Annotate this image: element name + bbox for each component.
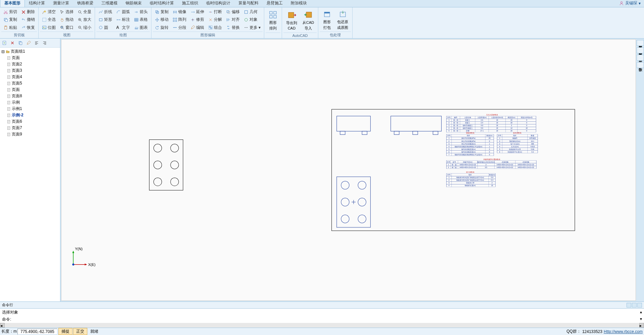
delete-page-button[interactable] [9,39,16,47]
mirror-button[interactable]: 镜像 [171,8,188,15]
user-area[interactable]: 吴锡琛 ▾ [616,0,644,7]
tree-root[interactable]: ⊟ 页面组1 [1,48,59,55]
tab-railway-bridge[interactable]: 铁路桥梁 [73,0,97,7]
redo-button[interactable]: 恢复 [20,24,36,31]
tab-measure-calc[interactable]: 测量计算 [49,0,73,7]
tab-temp-struct-calc[interactable]: 临时结构计算 [146,0,178,7]
break-button[interactable]: 打断 [207,8,223,15]
snap-toggle[interactable]: 捕捉 [58,328,73,335]
rotate-button[interactable]: 旋转 [153,24,170,31]
more-button[interactable]: 更多 ▾ [242,24,262,31]
bitmap-button[interactable]: 位图 [41,24,57,31]
cut-button[interactable]: 剪切 [2,8,18,15]
tree-page-item[interactable]: 示例-2 [1,112,59,118]
circle-button[interactable]: 圆 [97,24,113,31]
tree-page-item[interactable]: 页面9 [1,131,59,137]
edit-button[interactable]: 编辑 [189,24,205,31]
align-button[interactable]: 对齐 [225,16,241,23]
zoom-extents-button[interactable]: 全显 [76,8,93,15]
pack-button[interactable]: 图形 打包 [320,8,334,32]
undo-button[interactable]: 撤销 [20,16,36,23]
edit-page-button[interactable] [25,39,32,47]
svg-rect-76 [413,131,418,134]
group-button[interactable]: 组合 [207,24,223,31]
ortho-toggle[interactable]: 正交 [73,328,87,335]
side-panel-2[interactable]: 路基计算器 [637,47,644,53]
tab-construction-org[interactable]: 施工组织 [178,0,202,7]
segment-button[interactable]: 分段 [171,24,188,31]
scroll-down-icon[interactable]: ▾ [640,317,642,322]
arc-button[interactable]: 圆弧 [115,8,131,15]
tab-quantity[interactable]: 算量与配料 [234,0,263,7]
tab-addon[interactable]: 附加模块 [287,0,311,7]
copy-button[interactable]: 复制 [2,16,18,23]
chart-button[interactable]: 图表 [133,24,149,31]
align-right-button[interactable] [41,39,48,47]
tab-3d-model[interactable]: 三维建模 [97,0,122,7]
close-panel-button[interactable] [637,303,642,308]
rectangle-button[interactable]: 矩形 [97,16,113,23]
tree-page-item[interactable]: 页面6 [1,118,59,125]
tree-page-item[interactable]: 页面4 [1,74,59,80]
tab-temp-struct-design[interactable]: 临时结构设计 [202,0,234,7]
new-page-button[interactable] [1,39,8,47]
dimension-button[interactable]: 标注 [115,16,131,23]
paste-button[interactable]: 粘贴 [2,24,18,31]
array-button[interactable]: 阵列 [171,16,188,23]
window-button[interactable]: 窗口 [58,24,75,31]
tree-page-item[interactable]: 页面 [1,87,59,93]
tab-structure-calc[interactable]: 结构计算 [25,0,49,7]
zoom-in-button[interactable]: 放大 [76,16,93,23]
side-panel-4[interactable]: 数学 [637,62,644,68]
trim-button[interactable]: 修剪 [189,16,205,23]
copy2-button[interactable]: 复制 [153,8,170,15]
tree-page-item[interactable]: 页面5 [1,80,59,87]
minimize-panel-button[interactable] [627,303,631,308]
unpack-button[interactable]: 包还原 成原图 [334,8,351,32]
text-button[interactable]: A文字 [115,24,131,31]
move-button[interactable]: 移动 [153,16,170,23]
tree-page-item[interactable]: 页面8 [1,93,59,99]
select-all-button[interactable]: 全选 [41,16,57,23]
tree-page-item[interactable]: 示例1 [1,106,59,112]
tab-cantilever[interactable]: 悬臂施工 [263,0,287,7]
tab-rebar[interactable]: 钢筋钢束 [122,0,146,7]
tree-page-item[interactable]: 页面2 [1,61,59,67]
side-panel-3[interactable]: 拉力器 [637,55,644,61]
import-cad-button[interactable]: 从CAD 导入 [300,8,317,33]
copy-page-button[interactable] [17,39,24,47]
extend-button[interactable]: 延伸 [189,8,205,15]
select-button[interactable]: 选择 [58,8,75,15]
arrow-button[interactable]: 箭头 [133,8,149,15]
svg-point-272 [72,264,74,266]
scroll-right-button[interactable]: ▸ [639,323,644,328]
scroll-left-button[interactable]: ◂ [0,323,5,328]
tab-basic-shapes[interactable]: 基本图形 [0,0,25,7]
maximize-panel-button[interactable] [632,303,637,308]
polyline-button[interactable]: 折线 [97,8,113,15]
replace-button[interactable]: 替换 [225,24,241,31]
tree-page-item[interactable]: 页面 [1,55,59,61]
drag-button[interactable]: 拖动 [58,16,75,23]
image-icon [42,25,47,30]
zoom-out-button[interactable]: 缩小 [76,24,93,31]
object-button[interactable]: 对象 [242,16,262,23]
geometry-button[interactable]: 几何 [242,8,262,15]
table-button[interactable]: 表格 [133,16,149,23]
drawing-canvas[interactable]: 支点主梁参数表 序号编号主梁名称主梁厚度(m)主梁间距(N/m3)横梁宽(m)竖… [61,39,636,301]
tree-page-item[interactable]: 页面7 [1,125,59,131]
delete-button[interactable]: 删除 [20,8,36,15]
export-cad-button[interactable]: 导出到 CAD [283,8,300,33]
tree-page-item[interactable]: 页面3 [1,67,59,74]
side-panel-1[interactable]: 路基计算器 [637,40,644,46]
website-link[interactable]: Http://www.rbcce.com [604,329,643,334]
ribbon-group-label: 包处理 [320,32,351,38]
tree-page-item[interactable]: 示例 [1,99,59,106]
align-left-button[interactable] [33,39,40,47]
arrange-button[interactable]: 图形 排列 [266,8,280,33]
clear-button[interactable]: 清空 [41,8,57,15]
command-prompt[interactable]: 命令: ▾ [0,316,644,323]
offset-button[interactable]: 偏移 [225,8,241,15]
scroll-up-icon[interactable]: ▴ [640,310,642,315]
explode-button[interactable]: 分解 [207,16,223,23]
